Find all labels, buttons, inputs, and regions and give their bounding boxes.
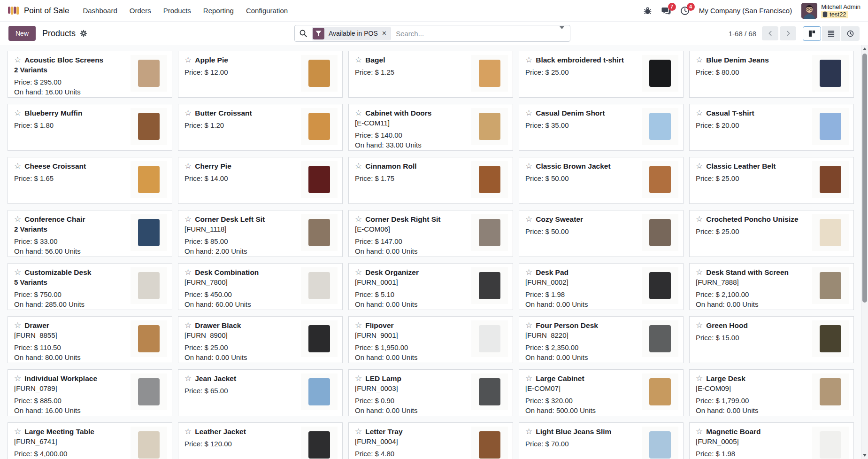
favorite-star-icon[interactable]: ☆ [525,214,532,224]
favorite-star-icon[interactable]: ☆ [14,55,21,65]
user-menu[interactable]: Mitchell Admin test22 [801,3,860,19]
product-card[interactable]: ☆ Cozy Sweater Price: $ 50.00 [519,210,684,257]
product-card[interactable]: ☆ Individual Workplace [FURN_0789] Price… [8,369,172,416]
menu-item-configuration[interactable]: Configuration [240,3,294,18]
favorite-star-icon[interactable]: ☆ [184,373,192,383]
product-card[interactable]: ☆ Cheese Croissant Price: $ 1.65 [8,157,172,204]
company-switcher[interactable]: My Company (San Francisco) [699,7,792,15]
menu-item-products[interactable]: Products [157,3,197,18]
menu-item-reporting[interactable]: Reporting [197,3,240,18]
favorite-star-icon[interactable]: ☆ [184,108,192,118]
activity-view-button[interactable] [841,26,860,41]
favorite-star-icon[interactable]: ☆ [525,108,532,118]
favorite-star-icon[interactable]: ☆ [14,320,21,330]
app-switcher[interactable]: Point of Sale [8,5,69,17]
favorite-star-icon[interactable]: ☆ [184,320,192,330]
product-card[interactable]: ☆ Flipover [FURN_9001] Price: $ 1,950.00… [348,316,513,363]
product-card[interactable]: ☆ LED Lamp [FURN_0003] Price: $ 0.90 On … [348,369,513,416]
favorite-star-icon[interactable]: ☆ [696,320,703,330]
favorite-star-icon[interactable]: ☆ [696,55,703,65]
favorite-star-icon[interactable]: ☆ [355,108,362,118]
favorite-star-icon[interactable]: ☆ [696,161,703,171]
favorite-star-icon[interactable]: ☆ [696,214,703,224]
favorite-star-icon[interactable]: ☆ [355,373,362,383]
favorite-star-icon[interactable]: ☆ [525,55,532,65]
favorite-star-icon[interactable]: ☆ [14,267,21,277]
bug-icon[interactable] [643,6,652,15]
product-card[interactable]: ☆ Drawer Black [FURN_8900] Price: $ 25.0… [178,316,343,363]
favorite-star-icon[interactable]: ☆ [525,373,532,383]
menu-item-dashboard[interactable]: Dashboard [77,3,123,18]
pager-next-button[interactable] [780,26,796,40]
favorite-star-icon[interactable]: ☆ [14,161,21,171]
product-card[interactable]: ☆ Desk Stand with Screen [FURN_7888] Pri… [689,263,854,310]
favorite-star-icon[interactable]: ☆ [355,427,362,436]
product-card[interactable]: ☆ Drawer [FURN_8855] Price: $ 110.50 On … [8,316,172,363]
product-card[interactable]: ☆ Large Cabinet [E-COM07] Price: $ 320.0… [519,369,684,416]
activities-icon[interactable]: 4 [680,6,690,16]
product-card[interactable]: ☆ Classic Leather Belt Price: $ 25.00 [689,157,854,204]
list-view-button[interactable] [822,26,840,41]
favorite-star-icon[interactable]: ☆ [525,267,532,277]
scroll-up-arrow[interactable] [863,47,867,50]
product-card[interactable]: ☆ Apple Pie Price: $ 12.00 [178,51,343,98]
favorite-star-icon[interactable]: ☆ [184,427,192,436]
product-card[interactable]: ☆ Jean Jacket Price: $ 65.00 [178,369,343,416]
product-card[interactable]: ☆ Cherry Pie Price: $ 14.00 [178,157,343,204]
product-card[interactable]: ☆ Butter Croissant Price: $ 1.20 [178,104,343,151]
product-card[interactable]: ☆ Desk Combination [FURN_7800] Price: $ … [178,263,343,310]
remove-facet-icon[interactable]: × [382,30,390,37]
messages-icon[interactable]: 7 [661,6,671,16]
product-card[interactable]: ☆ Large Desk [E-COM09] Price: $ 1,799.00… [689,369,854,416]
favorite-star-icon[interactable]: ☆ [525,427,532,436]
product-card[interactable]: ☆ Blueberry Muffin Price: $ 1.80 [8,104,172,151]
product-card[interactable]: ☆ Classic Brown Jacket Price: $ 50.00 [519,157,684,204]
product-card[interactable]: ☆ Conference Chair 2 Variants Price: $ 3… [8,210,172,257]
menu-item-orders[interactable]: Orders [123,3,157,18]
favorite-star-icon[interactable]: ☆ [184,267,192,277]
product-card[interactable]: ☆ Customizable Desk 5 Variants Price: $ … [8,263,172,310]
product-card[interactable]: ☆ Casual Denim Short Price: $ 35.00 [519,104,684,151]
product-card[interactable]: ☆ Desk Pad [FURN_0002] Price: $ 1.98 On … [519,263,684,310]
product-card[interactable]: ☆ Magnetic Board [FURN_0005] Price: $ 1.… [689,422,854,459]
favorite-star-icon[interactable]: ☆ [184,55,192,65]
favorite-star-icon[interactable]: ☆ [355,214,362,224]
product-card[interactable]: ☆ Letter Tray [FURN_0004] Price: $ 4.80 … [348,422,513,459]
favorite-star-icon[interactable]: ☆ [696,427,703,436]
favorite-star-icon[interactable]: ☆ [355,55,362,65]
product-card[interactable]: ☆ Leather Jacket Price: $ 120.00 [178,422,343,459]
product-card[interactable]: ☆ Light Blue Jeans Slim Price: $ 70.00 [519,422,684,459]
product-card[interactable]: ☆ Green Hood Price: $ 15.00 [689,316,854,363]
favorite-star-icon[interactable]: ☆ [355,267,362,277]
scroll-down-arrow[interactable] [863,454,867,457]
product-card[interactable]: ☆ Blue Denim Jeans Price: $ 80.00 [689,51,854,98]
product-card[interactable]: ☆ Casual T-shirt Price: $ 20.00 [689,104,854,151]
product-card[interactable]: ☆ Crocheted Poncho Unisize Price: $ 25.0… [689,210,854,257]
favorite-star-icon[interactable]: ☆ [696,267,703,277]
product-card[interactable]: ☆ Large Meeting Table [FURN_6741] Price:… [8,422,172,459]
new-button[interactable]: New [8,26,36,41]
favorite-star-icon[interactable]: ☆ [14,108,21,118]
gear-icon[interactable] [80,30,87,37]
product-card[interactable]: ☆ Cinnamon Roll Price: $ 1.75 [348,157,513,204]
favorite-star-icon[interactable]: ☆ [14,427,21,436]
product-card[interactable]: ☆ Cabinet with Doors [E-COM11] Price: $ … [348,104,513,151]
product-card[interactable]: ☆ Corner Desk Right Sit [E-COM06] Price:… [348,210,513,257]
favorite-star-icon[interactable]: ☆ [184,214,192,224]
favorite-star-icon[interactable]: ☆ [355,161,362,171]
product-card[interactable]: ☆ Acoustic Bloc Screens 2 Variants Price… [8,51,172,98]
product-card[interactable]: ☆ Bagel Price: $ 1.25 [348,51,513,98]
pager-previous-button[interactable] [762,26,778,40]
kanban-view-button[interactable] [803,26,821,41]
favorite-star-icon[interactable]: ☆ [696,108,703,118]
caret-down-icon[interactable] [559,27,565,39]
search-input[interactable] [391,30,559,38]
favorite-star-icon[interactable]: ☆ [14,214,21,224]
favorite-star-icon[interactable]: ☆ [696,373,703,383]
favorite-star-icon[interactable]: ☆ [525,320,532,330]
product-card[interactable]: ☆ Black embroidered t-shirt Price: $ 25.… [519,51,684,98]
favorite-star-icon[interactable]: ☆ [184,161,192,171]
favorite-star-icon[interactable]: ☆ [355,320,362,330]
favorite-star-icon[interactable]: ☆ [14,373,21,383]
scrollbar-thumb[interactable] [862,54,867,303]
